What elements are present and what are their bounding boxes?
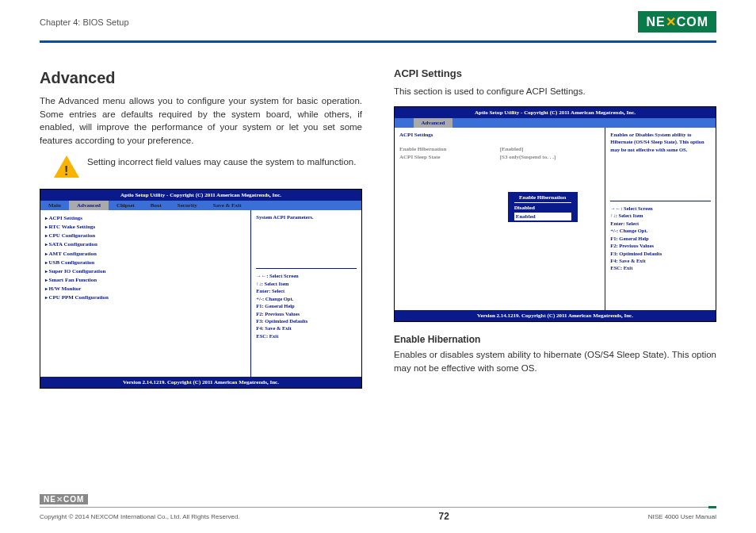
key-hint: ↑↓: Select Item <box>610 212 711 219</box>
setting-key: Enable Hibernation <box>399 145 500 153</box>
bios-screenshot-2: Aptio Setup Utility - Copyright (C) 2011… <box>394 106 716 322</box>
popup-option: Disabled <box>514 204 571 212</box>
chapter-label: Chapter 4: BIOS Setup <box>40 17 129 27</box>
right-column: ACPI Settings This section is used to co… <box>394 67 716 389</box>
bios-help-text: Enables or Disables System ability to Hi… <box>610 131 711 153</box>
warning-text: Setting incorrect field values may cause… <box>87 155 362 169</box>
section-title: Advanced <box>40 67 362 90</box>
tab-save-exit: Save & Exit <box>205 201 250 210</box>
bios-footer: Version 2.14.1219. Copyright (C) 2011 Am… <box>395 310 716 321</box>
warning-icon <box>54 155 79 178</box>
section-intro: The Advanced menu allows you to configur… <box>40 94 362 148</box>
menu-item: CPU Configuration <box>45 232 246 240</box>
menu-item: SATA Configuration <box>45 240 246 248</box>
setting-value: [Enabled] <box>500 145 524 153</box>
bios-title: Aptio Setup Utility - Copyright (C) 2011… <box>40 190 361 201</box>
page-footer: NE✕COM Copyright © 2014 NEXCOM Internati… <box>0 491 756 522</box>
menu-item: AMT Configuration <box>45 250 246 258</box>
subsection-intro: This section is used to configure ACPI S… <box>394 85 716 98</box>
key-hint: +/-: Change Opt. <box>256 295 357 302</box>
tab-advanced: Advanced <box>69 201 109 210</box>
bios-footer: Version 2.14.1219. Copyright (C) 2011 Am… <box>40 377 361 388</box>
subsection-title: ACPI Settings <box>394 67 716 82</box>
key-hint: ESC: Exit <box>256 332 357 339</box>
menu-item: ACPI Settings <box>45 214 246 222</box>
key-hint: Enter: Select <box>256 287 357 294</box>
menu-item: H/W Monitor <box>45 285 246 293</box>
manual-name: NISE 4000 User Manual <box>648 513 716 520</box>
key-hint: F2: Previous Values <box>256 310 357 317</box>
menu-item: Smart Fan Function <box>45 276 246 284</box>
bios-title: Aptio Setup Utility - Copyright (C) 2011… <box>395 107 716 118</box>
key-hint: →←: Select Screen <box>256 272 357 279</box>
setting-value: [S3 only(Suspend to. . .] <box>500 153 556 161</box>
menu-item: Super IO Configuration <box>45 267 246 275</box>
bios-menu-list: ACPI Settings RTC Wake Settings CPU Conf… <box>40 210 251 377</box>
key-hint: F4: Save & Exit <box>610 257 711 264</box>
setting-row: Enable Hibernation [Enabled] <box>399 145 600 153</box>
tab-main: Main <box>40 201 69 210</box>
option-heading: Enable Hibernation <box>394 333 716 347</box>
key-hint: F3: Optimized Defaults <box>256 317 357 324</box>
page-number: 72 <box>439 511 449 522</box>
left-column: Advanced The Advanced menu allows you to… <box>40 67 362 389</box>
key-hint: F3: Optimized Defaults <box>610 250 711 257</box>
warning-block: Setting incorrect field values may cause… <box>54 155 362 178</box>
key-hint: F1: General Help <box>610 235 711 242</box>
key-hint: +/-: Change Opt. <box>610 227 711 234</box>
popup-title: Enable Hibernation <box>514 194 571 203</box>
bios-tabs: Main Advanced Chipset Boot Security Save… <box>40 201 361 210</box>
tab-boot: Boot <box>143 201 170 210</box>
bios-help-text: System ACPI Parameters. <box>256 213 357 220</box>
option-popup: Enable Hibernation Disabled Enabled <box>507 191 578 222</box>
panel-section-title: ACPI Settings <box>399 131 600 139</box>
bios-help-panel: Enables or Disables System ability to Hi… <box>605 128 716 310</box>
key-hint: Enter: Select <box>610 220 711 227</box>
tab-security: Security <box>170 201 205 210</box>
key-hint: →←: Select Screen <box>610 205 711 212</box>
menu-item: USB Configuration <box>45 259 246 266</box>
setting-key: ACPI Sleep State <box>399 153 500 161</box>
footer-logo: NE✕COM <box>40 494 88 504</box>
menu-item: RTC Wake Settings <box>45 223 246 231</box>
bios-tabs: x Advanced <box>395 118 716 128</box>
setting-row: ACPI Sleep State [S3 only(Suspend to. . … <box>399 153 600 161</box>
tab-chipset: Chipset <box>109 201 143 210</box>
brand-logo: NE✕COM <box>638 11 716 33</box>
key-hint: ESC: Exit <box>610 264 711 271</box>
key-hint: F2: Previous Values <box>610 242 711 249</box>
menu-item: CPU PPM Configuration <box>45 293 246 301</box>
option-description: Enables or disables system ability to hi… <box>394 348 716 374</box>
key-hint: F1: General Help <box>256 302 357 309</box>
bios-help-panel: System ACPI Parameters. →←: Select Scree… <box>251 210 361 377</box>
key-hint: ↑↓: Select Item <box>256 280 357 287</box>
popup-option-selected: Enabled <box>514 213 571 220</box>
tab-advanced: Advanced <box>414 118 453 128</box>
bios-screenshot-1: Aptio Setup Utility - Copyright (C) 2011… <box>40 189 362 389</box>
key-hint: F4: Save & Exit <box>256 324 357 332</box>
copyright-text: Copyright © 2014 NEXCOM International Co… <box>40 513 240 520</box>
